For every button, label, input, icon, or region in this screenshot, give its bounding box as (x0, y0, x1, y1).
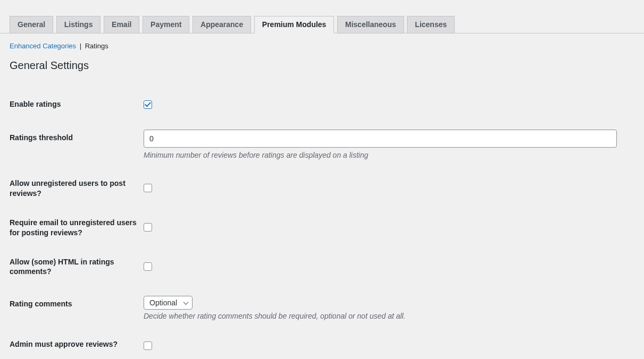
label-allow-unregistered: Allow unregistered users to post reviews… (10, 179, 126, 198)
subnav: Enhanced Categories | Ratings (0, 33, 644, 52)
label-require-email: Require email to unregistered users for … (10, 218, 137, 237)
tab-licenses[interactable]: Licenses (407, 16, 455, 33)
require-email-checkbox[interactable] (144, 223, 152, 232)
ratings-threshold-description: Minimum number of reviews before ratings… (144, 151, 628, 159)
admin-approve-checkbox[interactable] (144, 341, 152, 350)
tab-email[interactable]: Email (104, 16, 139, 33)
settings-tabs: General Listings Email Payment Appearanc… (0, 0, 644, 33)
tab-miscellaneous[interactable]: Miscellaneous (337, 16, 404, 33)
allow-html-checkbox[interactable] (144, 262, 152, 271)
tab-general[interactable]: General (10, 16, 53, 33)
label-enable-ratings: Enable ratings (10, 100, 61, 108)
subnav-ratings: Ratings (85, 42, 108, 50)
tab-appearance[interactable]: Appearance (193, 16, 251, 33)
subnav-separator: | (80, 42, 81, 50)
enable-ratings-checkbox[interactable] (144, 100, 152, 109)
settings-form: Enable ratings Ratings threshold Minimum… (0, 91, 644, 359)
rating-comments-select[interactable]: Optional (144, 296, 193, 310)
subnav-enhanced-categories[interactable]: Enhanced Categories (10, 42, 76, 50)
label-ratings-threshold: Ratings threshold (10, 133, 73, 142)
rating-comments-description: Decide whether rating comments should be… (144, 312, 628, 320)
section-heading: General Settings (0, 52, 644, 75)
tab-premium-modules[interactable]: Premium Modules (254, 16, 334, 33)
rating-comments-select-wrap: Optional (144, 296, 193, 310)
label-rating-comments: Rating comments (10, 300, 72, 308)
label-admin-approve: Admin must approve reviews? (10, 340, 118, 348)
label-allow-html: Allow (some) HTML in ratings comments? (10, 258, 114, 276)
tab-listings[interactable]: Listings (56, 16, 101, 33)
tab-payment[interactable]: Payment (143, 16, 189, 33)
ratings-threshold-input[interactable] (144, 130, 617, 148)
allow-unregistered-checkbox[interactable] (144, 184, 152, 192)
